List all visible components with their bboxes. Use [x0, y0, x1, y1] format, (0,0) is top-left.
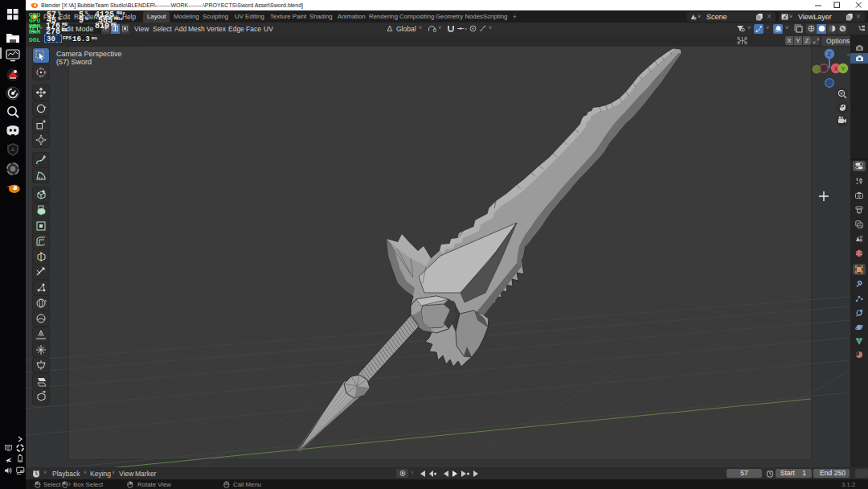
svg-text:Z: Z — [828, 51, 832, 57]
svg-text:Y: Y — [841, 66, 845, 72]
svg-text:X: X — [834, 66, 838, 72]
